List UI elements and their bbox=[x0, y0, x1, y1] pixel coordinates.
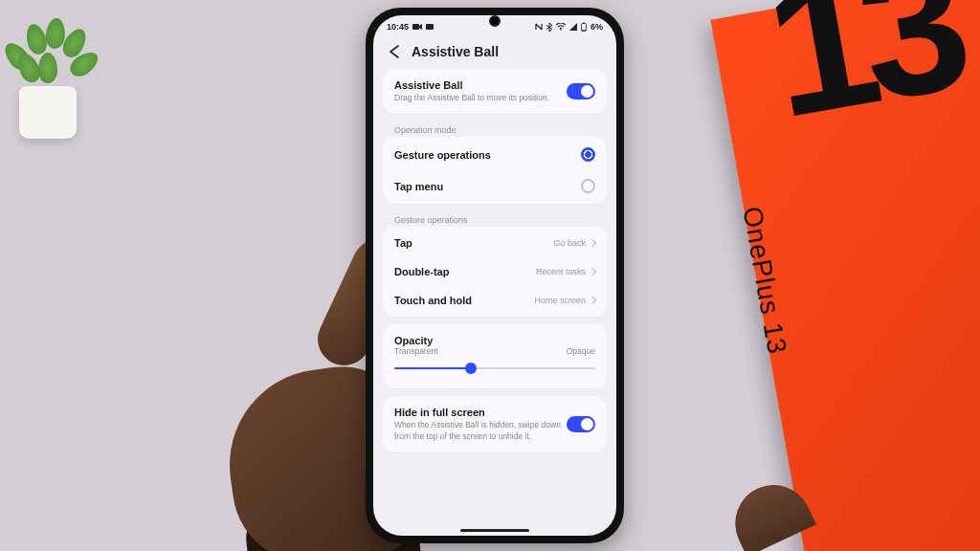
opacity-card: Opacity Transparent Opaque bbox=[383, 324, 607, 388]
plant-decor bbox=[0, 14, 105, 139]
assistive-ball-title: Assistive Ball bbox=[394, 79, 567, 91]
gesture-ops-label: Gesture operations bbox=[383, 211, 607, 227]
hide-full-screen-card: Hide in full screen When the Assistive B… bbox=[383, 396, 607, 452]
radio-tap-menu[interactable] bbox=[581, 179, 595, 193]
opacity-left-label: Transparent bbox=[394, 346, 438, 356]
gesture-ops-card: Tap Go back Double-tap Recent tasks Touc… bbox=[383, 227, 607, 317]
gesture-operations-option[interactable]: Gesture operations bbox=[383, 139, 607, 170]
operation-mode-label: Operation mode bbox=[383, 121, 607, 137]
card-icon bbox=[426, 23, 434, 31]
battery-percent: 6% bbox=[590, 22, 603, 32]
phone-frame: 10:45 6% Assistive Ball bbox=[366, 8, 624, 543]
assistive-ball-toggle-row[interactable]: Assistive Ball Drag the Assistive Ball t… bbox=[383, 71, 607, 112]
hide-full-screen-row[interactable]: Hide in full screen When the Assistive B… bbox=[383, 398, 607, 451]
battery-icon bbox=[581, 22, 587, 32]
opacity-slider[interactable] bbox=[394, 362, 595, 375]
back-icon[interactable] bbox=[387, 44, 402, 59]
svg-point-2 bbox=[560, 29, 562, 31]
chevron-right-icon bbox=[589, 297, 596, 304]
svg-rect-5 bbox=[582, 30, 586, 31]
chevron-right-icon bbox=[589, 239, 596, 247]
opacity-title: Opacity bbox=[394, 335, 595, 346]
svg-rect-0 bbox=[412, 24, 419, 30]
hide-full-screen-toggle[interactable] bbox=[567, 416, 595, 432]
signal-icon bbox=[569, 23, 577, 31]
gesture-touch-hold-row[interactable]: Touch and hold Home screen bbox=[383, 286, 607, 315]
video-icon bbox=[412, 23, 422, 31]
opacity-right-label: Opaque bbox=[567, 346, 595, 356]
assistive-ball-toggle[interactable] bbox=[567, 83, 595, 99]
bluetooth-icon bbox=[546, 23, 552, 32]
page-title: Assistive Ball bbox=[412, 44, 499, 59]
hide-full-screen-subtitle: When the Assistive Ball is hidden, swipe… bbox=[394, 420, 567, 442]
header: Assistive Ball bbox=[373, 38, 616, 69]
svg-rect-4 bbox=[583, 23, 585, 24]
product-box: 13 OnePlus 13 bbox=[710, 0, 980, 551]
radio-gesture-operations[interactable] bbox=[581, 147, 595, 162]
assistive-ball-card: Assistive Ball Drag the Assistive Ball t… bbox=[383, 69, 607, 114]
assistive-ball-subtitle: Drag the Assistive Ball to move its posi… bbox=[394, 93, 567, 103]
tap-menu-option[interactable]: Tap menu bbox=[383, 170, 607, 202]
svg-rect-1 bbox=[426, 24, 434, 30]
front-camera bbox=[489, 15, 501, 27]
gesture-bar[interactable] bbox=[460, 529, 529, 532]
gesture-double-tap-row[interactable]: Double-tap Recent tasks bbox=[383, 257, 607, 286]
operation-mode-card: Gesture operations Tap menu bbox=[383, 137, 607, 204]
opacity-slider-thumb[interactable] bbox=[465, 363, 477, 374]
wifi-icon bbox=[556, 23, 566, 31]
screen: 10:45 6% Assistive Ball bbox=[373, 15, 616, 536]
chevron-right-icon bbox=[589, 268, 596, 276]
nfc-icon bbox=[535, 23, 543, 31]
svg-rect-3 bbox=[581, 24, 586, 32]
product-box-label: OnePlus 13 bbox=[736, 205, 792, 358]
status-time: 10:45 bbox=[387, 22, 409, 32]
gesture-tap-row[interactable]: Tap Go back bbox=[383, 229, 607, 257]
hide-full-screen-title: Hide in full screen bbox=[394, 407, 567, 418]
